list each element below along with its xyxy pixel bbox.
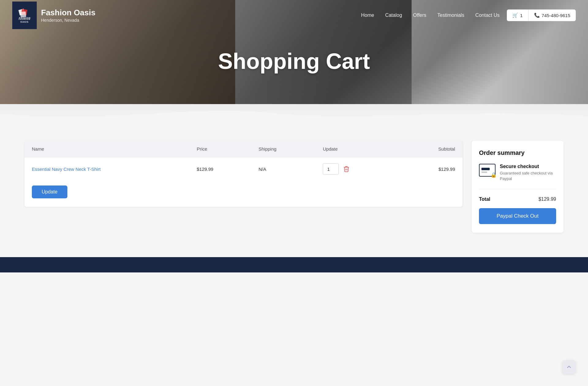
cart-count: 1 [520, 13, 522, 18]
cart-table-header: Name Price Shipping Update Subtotal [24, 141, 462, 157]
logo-icon: FASHION OASIS FASHION OASIS [12, 2, 37, 29]
logo-link[interactable]: FASHION OASIS FASHION OASIS Fashion Oasi… [12, 2, 96, 29]
nav-home[interactable]: Home [361, 13, 374, 18]
nav-contact[interactable]: Contact Us [475, 13, 499, 18]
page-title: Shopping Cart [218, 49, 370, 74]
update-btn-row: Update [24, 181, 462, 201]
product-link[interactable]: Essential Navy Crew Neck T-Shirt [32, 167, 101, 172]
header-actions: 🛒 1 📞 745-480-9615 [507, 9, 576, 21]
trash-icon [343, 166, 350, 172]
col-subtotal: Subtotal [400, 141, 462, 157]
card-line-top [481, 168, 490, 170]
hero-section: FASHION OASIS FASHION OASIS Fashion Oasi… [0, 0, 588, 122]
phone-number: 745-480-9615 [542, 13, 570, 18]
col-price: Price [189, 141, 251, 157]
delete-button[interactable] [342, 164, 351, 174]
site-header: FASHION OASIS FASHION OASIS Fashion Oasi… [0, 0, 588, 31]
logo-text: Fashion Oasis Henderson, Nevada [41, 8, 96, 22]
brand-name: Fashion Oasis [41, 8, 96, 17]
cart-button[interactable]: 🛒 1 [507, 9, 528, 21]
card-line-bot [481, 171, 487, 173]
col-update: Update [315, 141, 400, 157]
shipping-cell: N/A [251, 157, 315, 181]
quantity-input[interactable] [323, 163, 339, 174]
main-content: Name Price Shipping Update Subtotal Esse… [0, 122, 588, 257]
svg-rect-2 [20, 11, 26, 17]
phone-icon: 📞 [534, 13, 540, 18]
cart-container: Name Price Shipping Update Subtotal Esse… [24, 141, 462, 207]
product-name-cell: Essential Navy Crew Neck T-Shirt [24, 157, 189, 181]
footer-bar [0, 257, 588, 272]
update-button[interactable]: Update [32, 186, 67, 198]
price-cell: $129.99 [189, 157, 251, 181]
total-row: Total $129.99 [479, 197, 556, 202]
phone-button[interactable]: 📞 745-480-9615 [529, 9, 576, 21]
table-row: Essential Navy Crew Neck T-Shirt $129.99… [24, 157, 462, 181]
total-amount: $129.99 [538, 197, 556, 202]
secure-subtitle: Guaranteed safe checkout via Paypal [500, 171, 556, 182]
order-summary: Order summary Secure checkout Guaranteed… [472, 141, 564, 233]
brand-location: Henderson, Nevada [41, 18, 96, 23]
qty-cell [315, 157, 400, 181]
card-lines [480, 167, 495, 174]
nav-testimonials[interactable]: Testimonials [437, 13, 464, 18]
cart-table-body: Essential Navy Crew Neck T-Shirt $129.99… [24, 157, 462, 181]
secure-checkout-icon [479, 164, 496, 177]
col-shipping: Shipping [251, 141, 315, 157]
cart-icon: 🛒 [512, 13, 518, 18]
subtotal-cell: $129.99 [400, 157, 462, 181]
cart-table: Name Price Shipping Update Subtotal Esse… [24, 141, 462, 181]
secure-text: Secure checkout Guaranteed safe checkout… [500, 164, 556, 182]
secure-title: Secure checkout [500, 164, 556, 169]
total-label: Total [479, 197, 490, 202]
order-summary-title: Order summary [479, 149, 556, 156]
nav-catalog[interactable]: Catalog [385, 13, 402, 18]
secure-checkout-block: Secure checkout Guaranteed safe checkout… [479, 164, 556, 189]
main-nav: Home Catalog Offers Testimonials Contact… [361, 13, 499, 18]
qty-wrapper [323, 163, 393, 174]
nav-offers[interactable]: Offers [413, 13, 426, 18]
hero-wave [0, 101, 588, 122]
paypal-checkout-button[interactable]: Paypal Check Out [479, 208, 556, 224]
col-name: Name [24, 141, 189, 157]
